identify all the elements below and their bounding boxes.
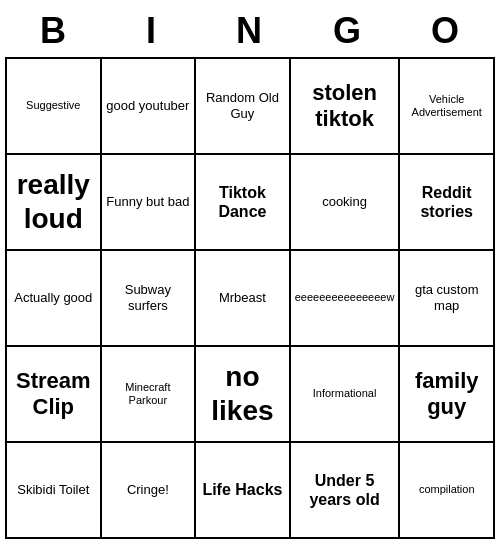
bingo-cell-21: Cringe!: [102, 443, 197, 539]
letter-g: G: [299, 10, 397, 52]
letter-n: N: [201, 10, 299, 52]
bingo-cell-19: family guy: [400, 347, 495, 443]
cell-text-14: gta custom map: [404, 282, 489, 313]
bingo-cell-13: eeeeeeeeeeeeeeew: [291, 251, 401, 347]
cell-text-16: Minecraft Parkour: [106, 381, 191, 407]
cell-text-9: Reddit stories: [404, 183, 489, 221]
cell-text-7: Tiktok Dance: [200, 183, 285, 221]
cell-text-15: Stream Clip: [11, 368, 96, 421]
cell-text-11: Subway surfers: [106, 282, 191, 313]
cell-text-12: Mrbeast: [219, 290, 266, 306]
bingo-cell-20: Skibidi Toilet: [7, 443, 102, 539]
cell-text-18: Informational: [313, 387, 377, 400]
cell-text-0: Suggestive: [26, 99, 80, 112]
bingo-cell-0: Suggestive: [7, 59, 102, 155]
cell-text-13: eeeeeeeeeeeeeeew: [295, 291, 395, 304]
cell-text-24: compilation: [419, 483, 475, 496]
bingo-header: B I N G O: [5, 5, 495, 57]
bingo-cell-17: no likes: [196, 347, 291, 443]
bingo-cell-16: Minecraft Parkour: [102, 347, 197, 443]
bingo-cell-6: Funny but bad: [102, 155, 197, 251]
cell-text-2: Random Old Guy: [200, 90, 285, 121]
bingo-cell-22: Life Hacks: [196, 443, 291, 539]
bingo-card: B I N G O Suggestivegood youtuberRandom …: [5, 5, 495, 539]
bingo-cell-4: Vehicle Advertisement: [400, 59, 495, 155]
cell-text-20: Skibidi Toilet: [17, 482, 89, 498]
cell-text-23: Under 5 years old: [295, 471, 395, 509]
bingo-cell-15: Stream Clip: [7, 347, 102, 443]
bingo-cell-5: really loud: [7, 155, 102, 251]
cell-text-8: cooking: [322, 194, 367, 210]
cell-text-17: no likes: [200, 360, 285, 427]
cell-text-4: Vehicle Advertisement: [404, 93, 489, 119]
cell-text-1: good youtuber: [106, 98, 189, 114]
bingo-cell-10: Actually good: [7, 251, 102, 347]
bingo-cell-24: compilation: [400, 443, 495, 539]
letter-o: O: [397, 10, 495, 52]
bingo-cell-7: Tiktok Dance: [196, 155, 291, 251]
bingo-cell-9: Reddit stories: [400, 155, 495, 251]
bingo-cell-3: stolen tiktok: [291, 59, 401, 155]
bingo-cell-1: good youtuber: [102, 59, 197, 155]
bingo-cell-2: Random Old Guy: [196, 59, 291, 155]
bingo-cell-8: cooking: [291, 155, 401, 251]
bingo-cell-12: Mrbeast: [196, 251, 291, 347]
cell-text-6: Funny but bad: [106, 194, 189, 210]
bingo-cell-14: gta custom map: [400, 251, 495, 347]
letter-i: I: [103, 10, 201, 52]
bingo-cell-18: Informational: [291, 347, 401, 443]
bingo-grid: Suggestivegood youtuberRandom Old Guysto…: [5, 57, 495, 539]
cell-text-10: Actually good: [14, 290, 92, 306]
cell-text-5: really loud: [11, 168, 96, 235]
cell-text-3: stolen tiktok: [295, 80, 395, 133]
cell-text-21: Cringe!: [127, 482, 169, 498]
bingo-cell-11: Subway surfers: [102, 251, 197, 347]
cell-text-19: family guy: [404, 368, 489, 421]
letter-b: B: [5, 10, 103, 52]
bingo-cell-23: Under 5 years old: [291, 443, 401, 539]
cell-text-22: Life Hacks: [202, 480, 282, 499]
